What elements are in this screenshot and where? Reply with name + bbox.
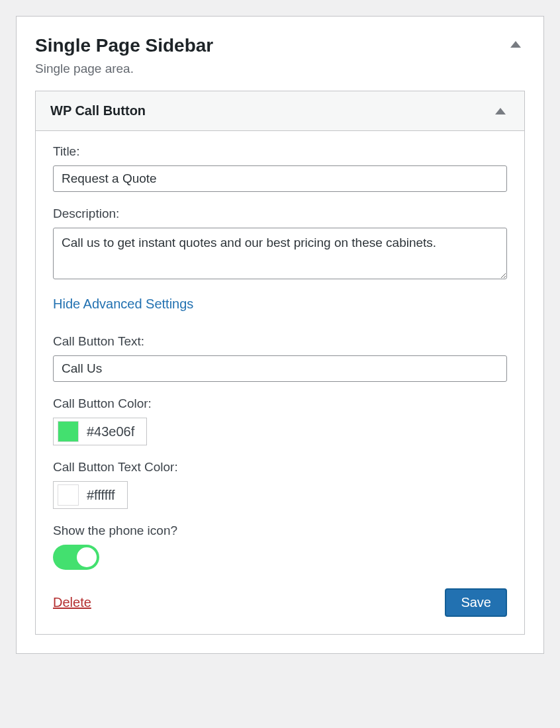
button-text-color-value: #ffffff	[87, 488, 115, 503]
title-label: Title:	[53, 144, 507, 159]
widget-body: Title: Description: Call us to get insta…	[36, 131, 524, 634]
widget-card: WP Call Button Title: Description: Call …	[35, 91, 525, 635]
collapse-up-icon[interactable]	[495, 108, 506, 114]
color-swatch-icon	[58, 421, 79, 442]
widget-footer-row: Delete Save	[53, 588, 507, 617]
description-textarea[interactable]: Call us to get instant quotes and our be…	[53, 228, 507, 279]
button-text-color-label: Call Button Text Color:	[53, 460, 507, 475]
widget-title: WP Call Button	[50, 103, 146, 118]
title-input[interactable]	[53, 165, 507, 192]
button-color-picker[interactable]: #43e06f	[53, 418, 147, 445]
description-label: Description:	[53, 206, 507, 221]
toggle-knob-icon	[77, 547, 97, 567]
button-text-input[interactable]	[53, 355, 507, 382]
phone-icon-toggle[interactable]	[53, 545, 99, 570]
advanced-settings-toggle[interactable]: Hide Advanced Settings	[53, 296, 193, 312]
delete-link[interactable]: Delete	[53, 595, 91, 610]
phone-icon-label: Show the phone icon?	[53, 523, 507, 538]
sidebar-panel: Single Page Sidebar Single page area. WP…	[16, 16, 544, 654]
button-color-value: #43e06f	[87, 424, 134, 439]
sidebar-header-row[interactable]: Single Page Sidebar	[35, 30, 525, 59]
button-color-label: Call Button Color:	[53, 396, 507, 411]
button-text-color-picker[interactable]: #ffffff	[53, 481, 128, 509]
button-text-label: Call Button Text:	[53, 334, 507, 349]
collapse-up-icon[interactable]	[510, 41, 521, 48]
color-swatch-icon	[58, 484, 79, 506]
sidebar-title: Single Page Sidebar	[35, 35, 213, 56]
widget-header[interactable]: WP Call Button	[36, 91, 524, 131]
sidebar-description: Single page area.	[35, 62, 525, 76]
save-button[interactable]: Save	[445, 588, 507, 617]
